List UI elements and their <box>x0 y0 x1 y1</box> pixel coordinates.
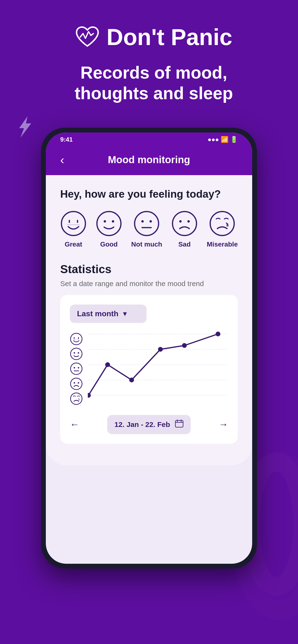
good-emoji-icon <box>96 210 122 237</box>
svg-point-8 <box>141 220 144 222</box>
svg-point-29 <box>71 393 82 404</box>
dropdown-arrow-icon: ▾ <box>123 310 126 318</box>
svg-point-13 <box>187 220 190 222</box>
status-icons: ●●● 📶 🔋 <box>208 136 238 143</box>
chart-area <box>70 330 228 408</box>
phone-wrapper: 9:41 ●●● 📶 🔋 ‹ Mood monitoring Hey, how … <box>0 118 298 568</box>
app-tagline: Records of mood, thoughts and sleep <box>58 62 250 104</box>
svg-point-27 <box>74 382 75 384</box>
svg-point-5 <box>104 220 106 222</box>
date-range-dropdown[interactable]: Last month ▾ <box>70 304 146 323</box>
status-bar: 9:41 ●●● 📶 🔋 <box>46 132 252 147</box>
mood-option-miserable[interactable]: Miserable <box>207 210 238 248</box>
calendar-icon <box>175 419 184 430</box>
svg-point-22 <box>71 363 82 374</box>
svg-point-21 <box>78 352 79 354</box>
chart-y-axis <box>70 330 83 408</box>
svg-point-38 <box>158 347 163 352</box>
mood-chart <box>88 330 228 408</box>
phone-content: Hey, how are you feeling today? Great <box>46 175 252 465</box>
chart-y-miserable-icon <box>70 392 83 406</box>
great-label: Great <box>65 240 82 248</box>
svg-point-20 <box>74 352 75 354</box>
svg-point-35 <box>88 393 91 398</box>
date-navigation: ← 12. Jan - 22. Feb <box>70 415 228 434</box>
dropdown-label: Last month <box>77 309 118 318</box>
svg-point-9 <box>150 220 152 222</box>
svg-point-15 <box>71 333 82 345</box>
mood-option-notmuch[interactable]: Not much <box>131 210 162 248</box>
svg-point-19 <box>71 348 82 360</box>
back-button[interactable]: ‹ <box>60 153 64 167</box>
app-title: Don't Panic <box>106 24 232 50</box>
svg-point-7 <box>135 212 159 236</box>
chart-y-good-icon <box>70 348 83 360</box>
notmuch-emoji-icon <box>133 210 160 237</box>
svg-point-23 <box>74 367 75 368</box>
svg-point-12 <box>179 220 182 222</box>
chart-y-great-icon <box>70 332 83 346</box>
svg-point-36 <box>105 362 110 367</box>
mood-option-good[interactable]: Good <box>96 210 122 248</box>
next-date-button[interactable]: → <box>219 419 228 430</box>
statistics-subtitle: Set a date range and monitor the mood tr… <box>60 280 238 288</box>
svg-point-11 <box>173 212 197 236</box>
svg-rect-41 <box>175 420 183 427</box>
notmuch-label: Not much <box>131 240 162 248</box>
phone-frame: 9:41 ●●● 📶 🔋 ‹ Mood monitoring Hey, how … <box>41 128 257 568</box>
svg-point-0 <box>61 212 85 236</box>
heart-health-icon <box>75 26 99 48</box>
header-area: Don't Panic Records of mood, thoughts an… <box>0 0 298 118</box>
prev-date-button[interactable]: ← <box>70 419 79 430</box>
svg-point-6 <box>112 220 114 222</box>
statistics-title: Statistics <box>60 262 238 276</box>
screen-title: Mood monitoring <box>108 154 190 166</box>
good-label: Good <box>100 240 117 248</box>
svg-point-39 <box>182 343 187 348</box>
svg-point-28 <box>78 382 79 384</box>
svg-point-37 <box>129 378 134 382</box>
chart-y-sad-icon <box>70 377 83 390</box>
chart-card: Last month ▾ <box>60 295 238 444</box>
miserable-emoji-icon <box>209 210 235 237</box>
svg-point-40 <box>216 332 221 336</box>
mood-option-sad[interactable]: Sad <box>171 210 198 248</box>
date-range-display[interactable]: 12. Jan - 22. Feb <box>107 415 191 434</box>
sad-label: Sad <box>178 240 191 248</box>
status-time: 9:41 <box>60 136 73 143</box>
svg-point-4 <box>97 212 121 236</box>
svg-point-24 <box>78 367 79 368</box>
phone-inner: 9:41 ●●● 📶 🔋 ‹ Mood monitoring Hey, how … <box>46 132 252 564</box>
svg-point-26 <box>71 378 82 390</box>
date-range-text: 12. Jan - 22. Feb <box>114 420 170 428</box>
miserable-label: Miserable <box>207 240 238 248</box>
chart-y-neutral-icon <box>70 362 83 376</box>
mood-options-row: Great Good <box>60 210 238 248</box>
sad-emoji-icon <box>171 210 198 237</box>
great-emoji-icon <box>60 210 87 237</box>
app-navbar: ‹ Mood monitoring <box>46 147 252 175</box>
logo-row: Don't Panic <box>75 24 232 50</box>
svg-point-14 <box>210 212 234 236</box>
mood-option-great[interactable]: Great <box>60 210 87 248</box>
mood-question: Hey, how are you feeling today? <box>60 187 238 201</box>
